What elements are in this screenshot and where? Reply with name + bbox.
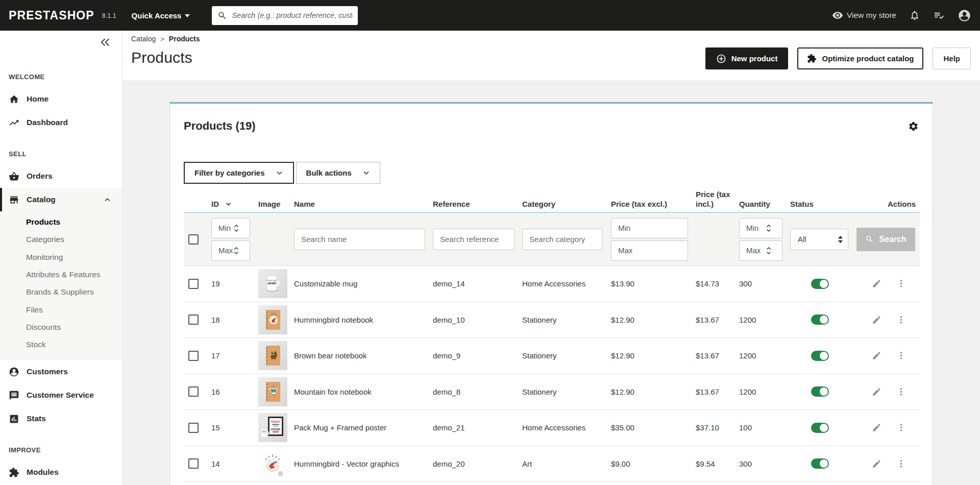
chevron-down-icon bbox=[276, 169, 283, 177]
row-checkbox[interactable] bbox=[188, 351, 199, 361]
product-image bbox=[258, 341, 287, 370]
sidebar-subitem-categories[interactable]: Categories bbox=[0, 231, 122, 248]
more-actions-icon[interactable] bbox=[896, 279, 906, 288]
sidebar-subitem-discounts[interactable]: Discounts bbox=[0, 319, 122, 336]
row-quantity: 100 bbox=[739, 423, 790, 432]
sidebar-item-orders[interactable]: Orders bbox=[0, 164, 122, 188]
row-checkbox[interactable] bbox=[188, 423, 199, 433]
row-reference: demo_20 bbox=[433, 459, 522, 468]
bulk-actions-button[interactable]: Bulk actions bbox=[296, 162, 380, 184]
filter-price-max-input[interactable] bbox=[611, 240, 688, 261]
filter-status-select[interactable]: All bbox=[790, 229, 848, 250]
global-search[interactable] bbox=[212, 6, 358, 25]
row-checkbox[interactable] bbox=[188, 314, 199, 325]
help-button[interactable]: Help bbox=[933, 47, 971, 69]
sidebar-item-stats[interactable]: Stats bbox=[0, 407, 122, 430]
filter-quantity-min-input[interactable] bbox=[739, 218, 782, 238]
filter-price-min-input[interactable] bbox=[611, 218, 688, 238]
view-my-store-link[interactable]: View my store bbox=[832, 10, 896, 21]
number-spinner-icon[interactable] bbox=[766, 224, 771, 232]
select-all-checkbox[interactable] bbox=[188, 234, 199, 245]
filter-quantity-max-input[interactable] bbox=[739, 240, 782, 261]
row-checkbox[interactable] bbox=[188, 386, 199, 397]
sidebar-subitem-brands-suppliers[interactable]: Brands & Suppliers bbox=[0, 283, 122, 301]
notifications-bell-icon[interactable] bbox=[909, 10, 920, 21]
caret-down-icon bbox=[185, 14, 190, 17]
sidebar-item-dashboard[interactable]: Dashboard bbox=[0, 111, 122, 134]
row-name: Hummingbird notebook bbox=[294, 316, 433, 324]
user-avatar-icon[interactable] bbox=[958, 9, 971, 22]
column-header-price-excl: Price (tax excl.) bbox=[611, 199, 696, 209]
filter-category-input[interactable] bbox=[522, 229, 602, 250]
sidebar-item-customer-service[interactable]: Customer Service bbox=[0, 383, 122, 407]
topbar: PRESTASHOP 8.1.1 Quick Access View my st… bbox=[0, 0, 980, 31]
sidebar-subitem-attributes-features[interactable]: Attributes & Features bbox=[0, 266, 122, 283]
filter-name-input[interactable] bbox=[294, 229, 425, 250]
edit-icon[interactable] bbox=[872, 387, 881, 397]
table-search-button[interactable]: Search bbox=[856, 228, 915, 251]
edit-icon[interactable] bbox=[872, 279, 881, 288]
more-actions-icon[interactable] bbox=[896, 315, 906, 325]
global-search-input[interactable] bbox=[232, 11, 353, 19]
edit-icon[interactable] bbox=[872, 351, 881, 360]
filter-id-min-input[interactable] bbox=[211, 218, 250, 238]
panel-title: Products (19) bbox=[184, 119, 256, 133]
row-category: Home Accessories bbox=[522, 423, 611, 432]
row-id: 14 bbox=[211, 459, 258, 468]
edit-icon[interactable] bbox=[872, 423, 881, 432]
sort-caret-icon[interactable] bbox=[225, 200, 232, 208]
sidebar-collapse-icon[interactable] bbox=[99, 38, 110, 49]
products-panel: Products (19) Filter by categories Bulk … bbox=[169, 102, 933, 485]
sidebar-subitem-stock[interactable]: Stock bbox=[0, 336, 122, 353]
status-toggle[interactable] bbox=[811, 458, 829, 469]
sidebar-subitem-files[interactable]: Files bbox=[0, 301, 122, 318]
number-spinner-icon[interactable] bbox=[766, 247, 771, 255]
plus-circle-icon bbox=[716, 54, 726, 64]
product-image bbox=[258, 269, 287, 298]
edit-icon[interactable] bbox=[872, 315, 881, 325]
row-category: Home Accessories bbox=[522, 279, 611, 288]
breadcrumb-catalog[interactable]: Catalog bbox=[131, 35, 156, 43]
row-price-incl: $37.10 bbox=[696, 423, 739, 432]
row-name: Pack Mug + Framed poster bbox=[294, 423, 433, 432]
new-product-button[interactable]: New product bbox=[705, 47, 789, 69]
sidebar-section-improve: IMPROVE bbox=[0, 446, 122, 454]
sidebar-item-customers[interactable]: Customers bbox=[0, 360, 122, 383]
breadcrumb-products: Products bbox=[169, 35, 200, 43]
more-actions-icon[interactable] bbox=[896, 387, 906, 397]
sidebar-subitem-monitoring[interactable]: Monitoring bbox=[0, 249, 122, 266]
status-toggle[interactable] bbox=[811, 351, 829, 361]
status-toggle[interactable] bbox=[811, 423, 829, 433]
filter-id-max-input[interactable] bbox=[211, 240, 250, 261]
row-reference: demo_10 bbox=[433, 316, 522, 324]
product-image bbox=[258, 377, 287, 406]
row-checkbox[interactable] bbox=[188, 458, 199, 469]
sidebar-item-modules[interactable]: Modules bbox=[0, 460, 122, 484]
more-actions-icon[interactable] bbox=[896, 423, 906, 432]
more-actions-icon[interactable] bbox=[896, 459, 906, 469]
sidebar-item-catalog[interactable]: Catalog bbox=[0, 188, 122, 211]
filter-status-value: All bbox=[798, 235, 806, 244]
more-actions-icon[interactable] bbox=[896, 351, 906, 360]
prestashop-logo[interactable]: PRESTASHOP bbox=[9, 9, 94, 22]
edit-icon[interactable] bbox=[872, 459, 881, 469]
optimize-catalog-button[interactable]: Optimize product catalog bbox=[797, 47, 923, 69]
status-toggle[interactable] bbox=[811, 279, 829, 289]
playlist-check-icon[interactable] bbox=[933, 10, 945, 21]
quick-access-menu[interactable]: Quick Access bbox=[132, 11, 190, 20]
status-toggle[interactable] bbox=[811, 314, 829, 325]
sidebar-subitem-products[interactable]: Products bbox=[0, 213, 122, 231]
row-checkbox[interactable] bbox=[188, 279, 199, 289]
column-header-id[interactable]: ID bbox=[211, 199, 258, 209]
grid-settings-gear-icon[interactable] bbox=[908, 121, 919, 132]
table-row: 16Mountain fox notebookdemo_8Stationery$… bbox=[184, 374, 920, 410]
number-spinner-icon[interactable] bbox=[234, 247, 239, 255]
sidebar-item-home[interactable]: Home bbox=[0, 87, 122, 111]
number-spinner-icon[interactable] bbox=[234, 224, 239, 232]
filter-reference-input[interactable] bbox=[433, 229, 514, 250]
filter-by-categories-button[interactable]: Filter by categories bbox=[184, 162, 294, 184]
row-price-excl: $12.90 bbox=[611, 316, 696, 324]
row-reference: demo_21 bbox=[433, 423, 522, 432]
view-my-store-label: View my store bbox=[847, 11, 896, 20]
status-toggle[interactable] bbox=[811, 386, 829, 397]
